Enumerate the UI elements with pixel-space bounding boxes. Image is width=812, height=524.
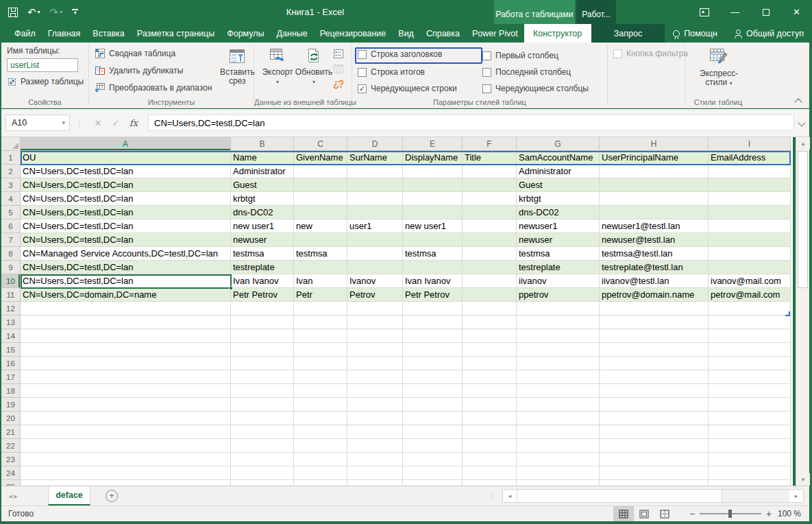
redo-button[interactable]: ↷▾ <box>50 6 63 19</box>
cell-H12[interactable] <box>600 302 709 315</box>
row-header-4[interactable]: 4 <box>1 192 21 206</box>
cell-G14[interactable] <box>517 329 600 343</box>
cell-H15[interactable] <box>600 343 709 357</box>
table-name-input[interactable] <box>7 58 78 72</box>
cell-D17[interactable] <box>347 370 403 384</box>
cell-G6[interactable]: newuser1 <box>517 219 600 233</box>
cell-H19[interactable] <box>600 398 709 412</box>
cell-I8[interactable] <box>709 247 791 261</box>
row-header-9[interactable]: 9 <box>1 261 21 274</box>
cell-H16[interactable] <box>600 357 709 370</box>
sheet-nav-right-arrow[interactable]: ▸ <box>7 486 25 505</box>
cell-B18[interactable] <box>231 384 294 398</box>
cell-E6[interactable]: new user1 <box>403 219 463 233</box>
cell-G9[interactable]: testreplate <box>517 261 600 274</box>
cell-B17[interactable] <box>231 370 294 384</box>
cell-G23[interactable] <box>517 453 600 466</box>
cell-G19[interactable] <box>517 398 600 412</box>
cell-E10[interactable]: Ivan Ivanov <box>403 274 463 288</box>
minimize-button[interactable]: — <box>719 0 750 24</box>
cell-D7[interactable] <box>347 233 403 247</box>
cell-I1[interactable]: EmailAddress <box>709 151 791 165</box>
row-header-14[interactable]: 14 <box>1 329 21 343</box>
cell-C13[interactable] <box>294 315 347 329</box>
enter-button[interactable]: ✓ <box>107 118 125 128</box>
cell-F1[interactable]: Title <box>463 151 517 165</box>
cell-A13[interactable] <box>21 315 231 329</box>
cell-G17[interactable] <box>517 370 600 384</box>
cell-F2[interactable] <box>463 165 517 178</box>
cell-C7[interactable] <box>294 233 347 247</box>
cell-C23[interactable] <box>294 453 347 466</box>
checkbox-чередующиеся-столбцы[interactable]: Чередующиеся столбцы <box>482 80 606 97</box>
cell-I9[interactable] <box>709 261 791 274</box>
tab-вид[interactable]: Вид <box>392 24 420 43</box>
cell-A20[interactable] <box>21 412 231 425</box>
cell-G25[interactable] <box>517 480 600 486</box>
checkbox-строка-заголовков[interactable]: Строка заголовков <box>358 49 476 59</box>
tab-формулы[interactable]: Формулы <box>221 24 270 43</box>
cell-F6[interactable] <box>463 219 517 233</box>
cell-C2[interactable] <box>294 165 347 178</box>
cell-A14[interactable] <box>21 329 231 343</box>
name-box-splitter[interactable]: ⋮ <box>75 118 84 128</box>
cell-A9[interactable]: CN=Users,DC=testl,DC=lan <box>21 261 231 274</box>
cell-I6[interactable] <box>709 219 791 233</box>
cell-C11[interactable]: Petr <box>294 288 347 302</box>
cell-A18[interactable] <box>21 384 231 398</box>
scroll-left-arrow[interactable]: ◂ <box>503 490 517 502</box>
row-header-17[interactable]: 17 <box>1 370 21 384</box>
cell-C14[interactable] <box>294 329 347 343</box>
row-header-5[interactable]: 5 <box>1 206 21 219</box>
page-layout-view-button[interactable] <box>634 506 654 521</box>
cell-I14[interactable] <box>709 329 791 343</box>
cell-C3[interactable] <box>294 178 347 192</box>
cell-G10[interactable]: iivanov <box>517 274 600 288</box>
cell-B16[interactable] <box>231 357 294 370</box>
row-header-6[interactable]: 6 <box>1 219 21 233</box>
collapse-ribbon-button[interactable] <box>794 98 802 104</box>
cell-E21[interactable] <box>403 425 463 439</box>
cell-E15[interactable] <box>403 343 463 357</box>
cell-C17[interactable] <box>294 370 347 384</box>
connection-properties-button[interactable] <box>332 48 345 60</box>
cell-D13[interactable] <box>347 315 403 329</box>
cell-E18[interactable] <box>403 384 463 398</box>
cell-C24[interactable] <box>294 466 347 480</box>
column-header-I[interactable]: I <box>709 137 791 151</box>
export-button[interactable]: Экспорт ▾ <box>260 46 295 96</box>
vertical-scroll-thumb[interactable] <box>798 151 808 288</box>
cell-A15[interactable] <box>21 343 231 357</box>
cell-A24[interactable] <box>21 466 231 480</box>
cell-D5[interactable] <box>347 206 403 219</box>
cell-E3[interactable] <box>403 178 463 192</box>
row-header-24[interactable]: 24 <box>1 466 21 480</box>
cell-H3[interactable] <box>600 178 709 192</box>
cell-C21[interactable] <box>294 425 347 439</box>
cell-E16[interactable] <box>403 357 463 370</box>
cell-G4[interactable]: krbtgt <box>517 192 600 206</box>
cell-I18[interactable] <box>709 384 791 398</box>
cell-B24[interactable] <box>231 466 294 480</box>
cell-H2[interactable] <box>600 165 709 178</box>
cell-G12[interactable] <box>517 302 600 315</box>
row-header-18[interactable]: 18 <box>1 384 21 398</box>
cell-A16[interactable] <box>21 357 231 370</box>
vertical-scrollbar[interactable]: ▴ ▾ <box>796 137 809 486</box>
cell-H7[interactable]: newuser@testl.lan <box>600 233 709 247</box>
cell-G21[interactable] <box>517 425 600 439</box>
cell-G18[interactable] <box>517 384 600 398</box>
cell-F17[interactable] <box>463 370 517 384</box>
cell-A3[interactable]: CN=Users,DC=testl,DC=lan <box>21 178 231 192</box>
cell-A21[interactable] <box>21 425 231 439</box>
checkbox-последний-столбец[interactable]: Последний столбец <box>482 64 606 80</box>
cell-B1[interactable]: Name <box>231 151 294 165</box>
column-header-E[interactable]: E <box>403 137 463 151</box>
cell-D12[interactable] <box>347 302 403 315</box>
cell-D16[interactable] <box>347 357 403 370</box>
cell-I17[interactable] <box>709 370 791 384</box>
cell-B22[interactable] <box>231 439 294 453</box>
tab-справка[interactable]: Справка <box>420 24 466 43</box>
cell-A19[interactable] <box>21 398 231 412</box>
cell-E8[interactable]: testmsa <box>403 247 463 261</box>
